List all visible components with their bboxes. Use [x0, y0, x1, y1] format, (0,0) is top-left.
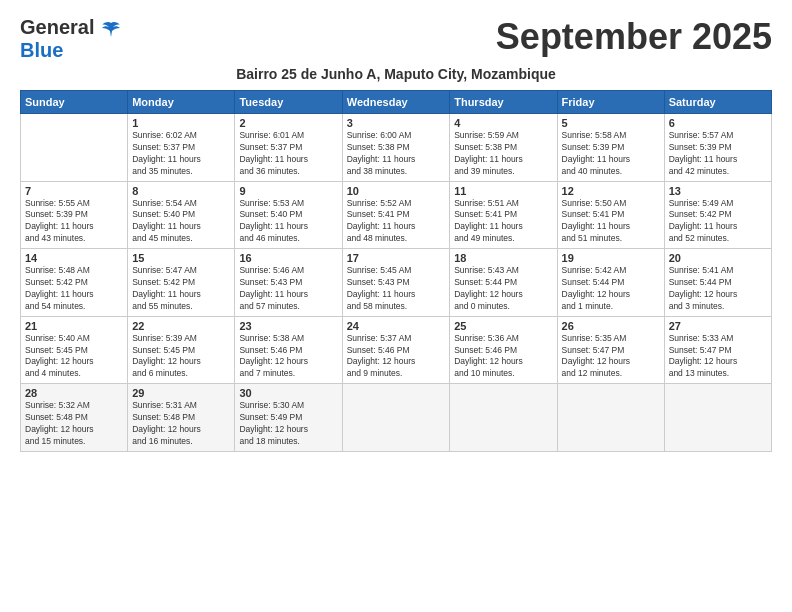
day-number: 4: [454, 117, 552, 129]
calendar-cell: 5Sunrise: 5:58 AMSunset: 5:39 PMDaylight…: [557, 114, 664, 182]
calendar-cell: 2Sunrise: 6:01 AMSunset: 5:37 PMDaylight…: [235, 114, 342, 182]
col-header-sunday: Sunday: [21, 91, 128, 114]
calendar-cell: 27Sunrise: 5:33 AMSunset: 5:47 PMDayligh…: [664, 316, 771, 384]
day-info: Sunrise: 5:38 AMSunset: 5:46 PMDaylight:…: [239, 333, 337, 381]
day-number: 11: [454, 185, 552, 197]
col-header-wednesday: Wednesday: [342, 91, 449, 114]
day-number: 30: [239, 387, 337, 399]
calendar-cell: 25Sunrise: 5:36 AMSunset: 5:46 PMDayligh…: [450, 316, 557, 384]
logo: General Blue: [20, 16, 122, 62]
calendar-cell: 7Sunrise: 5:55 AMSunset: 5:39 PMDaylight…: [21, 181, 128, 249]
day-number: 21: [25, 320, 123, 332]
calendar-cell: 22Sunrise: 5:39 AMSunset: 5:45 PMDayligh…: [128, 316, 235, 384]
day-info: Sunrise: 5:53 AMSunset: 5:40 PMDaylight:…: [239, 198, 337, 246]
day-info: Sunrise: 5:43 AMSunset: 5:44 PMDaylight:…: [454, 265, 552, 313]
day-number: 17: [347, 252, 445, 264]
day-info: Sunrise: 5:59 AMSunset: 5:38 PMDaylight:…: [454, 130, 552, 178]
calendar-cell: 6Sunrise: 5:57 AMSunset: 5:39 PMDaylight…: [664, 114, 771, 182]
calendar-cell: 15Sunrise: 5:47 AMSunset: 5:42 PMDayligh…: [128, 249, 235, 317]
day-number: 20: [669, 252, 767, 264]
day-info: Sunrise: 5:40 AMSunset: 5:45 PMDaylight:…: [25, 333, 123, 381]
calendar-cell: 17Sunrise: 5:45 AMSunset: 5:43 PMDayligh…: [342, 249, 449, 317]
day-info: Sunrise: 5:55 AMSunset: 5:39 PMDaylight:…: [25, 198, 123, 246]
calendar-cell: 20Sunrise: 5:41 AMSunset: 5:44 PMDayligh…: [664, 249, 771, 317]
day-number: 12: [562, 185, 660, 197]
day-number: 2: [239, 117, 337, 129]
col-header-tuesday: Tuesday: [235, 91, 342, 114]
day-info: Sunrise: 5:48 AMSunset: 5:42 PMDaylight:…: [25, 265, 123, 313]
day-info: Sunrise: 5:46 AMSunset: 5:43 PMDaylight:…: [239, 265, 337, 313]
calendar-cell: 24Sunrise: 5:37 AMSunset: 5:46 PMDayligh…: [342, 316, 449, 384]
day-number: 18: [454, 252, 552, 264]
day-info: Sunrise: 6:01 AMSunset: 5:37 PMDaylight:…: [239, 130, 337, 178]
logo-general: General: [20, 16, 94, 38]
day-info: Sunrise: 5:54 AMSunset: 5:40 PMDaylight:…: [132, 198, 230, 246]
calendar-cell: [342, 384, 449, 452]
calendar-cell: 8Sunrise: 5:54 AMSunset: 5:40 PMDaylight…: [128, 181, 235, 249]
day-number: 29: [132, 387, 230, 399]
col-header-friday: Friday: [557, 91, 664, 114]
day-info: Sunrise: 5:57 AMSunset: 5:39 PMDaylight:…: [669, 130, 767, 178]
day-number: 10: [347, 185, 445, 197]
day-number: 6: [669, 117, 767, 129]
day-info: Sunrise: 5:42 AMSunset: 5:44 PMDaylight:…: [562, 265, 660, 313]
day-number: 25: [454, 320, 552, 332]
day-info: Sunrise: 5:58 AMSunset: 5:39 PMDaylight:…: [562, 130, 660, 178]
day-info: Sunrise: 5:45 AMSunset: 5:43 PMDaylight:…: [347, 265, 445, 313]
calendar-cell: 4Sunrise: 5:59 AMSunset: 5:38 PMDaylight…: [450, 114, 557, 182]
day-info: Sunrise: 6:02 AMSunset: 5:37 PMDaylight:…: [132, 130, 230, 178]
calendar-cell: 26Sunrise: 5:35 AMSunset: 5:47 PMDayligh…: [557, 316, 664, 384]
day-number: 14: [25, 252, 123, 264]
calendar-cell: 16Sunrise: 5:46 AMSunset: 5:43 PMDayligh…: [235, 249, 342, 317]
day-number: 5: [562, 117, 660, 129]
calendar-cell: 12Sunrise: 5:50 AMSunset: 5:41 PMDayligh…: [557, 181, 664, 249]
col-header-saturday: Saturday: [664, 91, 771, 114]
day-info: Sunrise: 6:00 AMSunset: 5:38 PMDaylight:…: [347, 130, 445, 178]
calendar-table: SundayMondayTuesdayWednesdayThursdayFrid…: [20, 90, 772, 452]
day-number: 24: [347, 320, 445, 332]
day-number: 1: [132, 117, 230, 129]
day-info: Sunrise: 5:49 AMSunset: 5:42 PMDaylight:…: [669, 198, 767, 246]
day-number: 7: [25, 185, 123, 197]
day-info: Sunrise: 5:32 AMSunset: 5:48 PMDaylight:…: [25, 400, 123, 448]
day-number: 28: [25, 387, 123, 399]
day-number: 16: [239, 252, 337, 264]
day-number: 27: [669, 320, 767, 332]
day-info: Sunrise: 5:37 AMSunset: 5:46 PMDaylight:…: [347, 333, 445, 381]
day-number: 22: [132, 320, 230, 332]
calendar-cell: 13Sunrise: 5:49 AMSunset: 5:42 PMDayligh…: [664, 181, 771, 249]
day-number: 15: [132, 252, 230, 264]
day-info: Sunrise: 5:51 AMSunset: 5:41 PMDaylight:…: [454, 198, 552, 246]
calendar-cell: 18Sunrise: 5:43 AMSunset: 5:44 PMDayligh…: [450, 249, 557, 317]
calendar-cell: 21Sunrise: 5:40 AMSunset: 5:45 PMDayligh…: [21, 316, 128, 384]
day-info: Sunrise: 5:41 AMSunset: 5:44 PMDaylight:…: [669, 265, 767, 313]
col-header-monday: Monday: [128, 91, 235, 114]
col-header-thursday: Thursday: [450, 91, 557, 114]
calendar-cell: 30Sunrise: 5:30 AMSunset: 5:49 PMDayligh…: [235, 384, 342, 452]
day-info: Sunrise: 5:33 AMSunset: 5:47 PMDaylight:…: [669, 333, 767, 381]
calendar-cell: 11Sunrise: 5:51 AMSunset: 5:41 PMDayligh…: [450, 181, 557, 249]
calendar-cell: 10Sunrise: 5:52 AMSunset: 5:41 PMDayligh…: [342, 181, 449, 249]
month-title: September 2025: [496, 16, 772, 58]
day-number: 3: [347, 117, 445, 129]
calendar-cell: 14Sunrise: 5:48 AMSunset: 5:42 PMDayligh…: [21, 249, 128, 317]
day-number: 13: [669, 185, 767, 197]
day-info: Sunrise: 5:52 AMSunset: 5:41 PMDaylight:…: [347, 198, 445, 246]
day-info: Sunrise: 5:50 AMSunset: 5:41 PMDaylight:…: [562, 198, 660, 246]
calendar-cell: 1Sunrise: 6:02 AMSunset: 5:37 PMDaylight…: [128, 114, 235, 182]
logo-bird-icon: [100, 21, 122, 39]
day-number: 19: [562, 252, 660, 264]
calendar-cell: 3Sunrise: 6:00 AMSunset: 5:38 PMDaylight…: [342, 114, 449, 182]
calendar-cell: 28Sunrise: 5:32 AMSunset: 5:48 PMDayligh…: [21, 384, 128, 452]
day-info: Sunrise: 5:30 AMSunset: 5:49 PMDaylight:…: [239, 400, 337, 448]
calendar-cell: [21, 114, 128, 182]
day-number: 23: [239, 320, 337, 332]
day-number: 9: [239, 185, 337, 197]
calendar-cell: [664, 384, 771, 452]
day-info: Sunrise: 5:35 AMSunset: 5:47 PMDaylight:…: [562, 333, 660, 381]
day-info: Sunrise: 5:39 AMSunset: 5:45 PMDaylight:…: [132, 333, 230, 381]
day-info: Sunrise: 5:47 AMSunset: 5:42 PMDaylight:…: [132, 265, 230, 313]
day-info: Sunrise: 5:31 AMSunset: 5:48 PMDaylight:…: [132, 400, 230, 448]
calendar-cell: 29Sunrise: 5:31 AMSunset: 5:48 PMDayligh…: [128, 384, 235, 452]
day-number: 26: [562, 320, 660, 332]
